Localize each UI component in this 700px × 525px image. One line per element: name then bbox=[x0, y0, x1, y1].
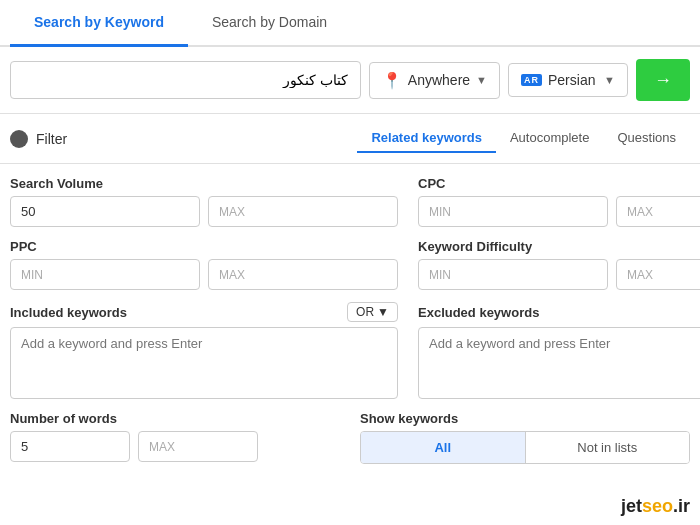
search-button[interactable]: → bbox=[636, 59, 690, 101]
location-chevron-icon: ▼ bbox=[476, 74, 487, 86]
watermark-jet: jet bbox=[621, 496, 642, 516]
filter-left-col: Search Volume PPC Included keywords OR ▼ bbox=[10, 176, 398, 399]
ppc-max-input[interactable] bbox=[208, 259, 398, 290]
search-volume-min-input[interactable] bbox=[10, 196, 200, 227]
filter-left: Filter bbox=[10, 130, 67, 148]
tab-search-by-domain[interactable]: Search by Domain bbox=[188, 0, 351, 47]
tab-questions[interactable]: Questions bbox=[603, 124, 690, 153]
search-row: 📍 Anywhere ▼ AR Persian ▼ → bbox=[0, 47, 700, 114]
show-keywords-not-in-lists-button[interactable]: Not in lists bbox=[526, 432, 690, 463]
show-keywords-label: Show keywords bbox=[360, 411, 690, 426]
pin-icon: 📍 bbox=[382, 71, 402, 90]
cpc-min-input[interactable] bbox=[418, 196, 608, 227]
show-keywords-col: Show keywords All Not in lists bbox=[360, 411, 690, 464]
included-keywords-label: Included keywords bbox=[10, 305, 127, 320]
watermark-ir: .ir bbox=[673, 496, 690, 516]
included-or-chevron: ▼ bbox=[377, 305, 389, 319]
keyword-input[interactable] bbox=[10, 61, 361, 99]
tab-related-keywords[interactable]: Related keywords bbox=[357, 124, 496, 153]
search-volume-label: Search Volume bbox=[10, 176, 398, 191]
filter-right-col: CPC Keyword Difficulty Excluded keywords… bbox=[418, 176, 700, 399]
number-of-words-row bbox=[10, 431, 340, 462]
excluded-keywords-label: Excluded keywords bbox=[418, 305, 539, 320]
kd-max-input[interactable] bbox=[616, 259, 700, 290]
number-of-words-col: Number of words bbox=[10, 411, 340, 464]
cpc-max-input[interactable] bbox=[616, 196, 700, 227]
watermark-seo: seo bbox=[642, 496, 673, 516]
language-chevron-icon: ▼ bbox=[604, 74, 615, 86]
show-keywords-all-button[interactable]: All bbox=[361, 432, 526, 463]
filter-fields: Search Volume PPC Included keywords OR ▼ bbox=[0, 164, 700, 411]
ppc-row bbox=[10, 259, 398, 290]
cpc-label: CPC bbox=[418, 176, 700, 191]
excluded-keywords-header: Excluded keywords OR ▼ bbox=[418, 302, 700, 322]
included-or-button[interactable]: OR ▼ bbox=[347, 302, 398, 322]
location-text: Anywhere bbox=[408, 72, 470, 88]
language-flag-icon: AR bbox=[521, 74, 542, 86]
search-volume-group: Search Volume bbox=[10, 176, 398, 227]
filter-toggle[interactable] bbox=[10, 130, 28, 148]
ppc-label: PPC bbox=[10, 239, 398, 254]
number-of-words-label: Number of words bbox=[10, 411, 340, 426]
keyword-difficulty-group: Keyword Difficulty bbox=[418, 239, 700, 290]
keyword-difficulty-row bbox=[418, 259, 700, 290]
filter-row: Filter Related keywords Autocomplete Que… bbox=[0, 114, 700, 164]
keyword-type-tabs: Related keywords Autocomplete Questions bbox=[357, 124, 690, 153]
search-volume-max-input[interactable] bbox=[208, 196, 398, 227]
filter-label[interactable]: Filter bbox=[36, 131, 67, 147]
location-select[interactable]: 📍 Anywhere ▼ bbox=[369, 62, 500, 99]
cpc-group: CPC bbox=[418, 176, 700, 227]
words-min-input[interactable] bbox=[10, 431, 130, 462]
show-keywords-options: All Not in lists bbox=[360, 431, 690, 464]
included-keywords-header: Included keywords OR ▼ bbox=[10, 302, 398, 322]
main-tabs: Search by Keyword Search by Domain bbox=[0, 0, 700, 47]
included-keywords-textarea[interactable] bbox=[10, 327, 398, 399]
ppc-group: PPC bbox=[10, 239, 398, 290]
included-keywords-group: Included keywords OR ▼ bbox=[10, 302, 398, 399]
kd-min-input[interactable] bbox=[418, 259, 608, 290]
ppc-min-input[interactable] bbox=[10, 259, 200, 290]
tab-search-by-keyword[interactable]: Search by Keyword bbox=[10, 0, 188, 47]
bottom-fields: Number of words Show keywords All Not in… bbox=[0, 411, 700, 474]
included-or-label: OR bbox=[356, 305, 374, 319]
cpc-row bbox=[418, 196, 700, 227]
language-select[interactable]: AR Persian ▼ bbox=[508, 63, 628, 97]
excluded-keywords-group: Excluded keywords OR ▼ bbox=[418, 302, 700, 399]
language-text: Persian bbox=[548, 72, 595, 88]
keyword-difficulty-label: Keyword Difficulty bbox=[418, 239, 700, 254]
words-max-input[interactable] bbox=[138, 431, 258, 462]
tab-autocomplete[interactable]: Autocomplete bbox=[496, 124, 604, 153]
excluded-keywords-textarea[interactable] bbox=[418, 327, 700, 399]
watermark: jetseo.ir bbox=[621, 496, 690, 517]
search-volume-row bbox=[10, 196, 398, 227]
